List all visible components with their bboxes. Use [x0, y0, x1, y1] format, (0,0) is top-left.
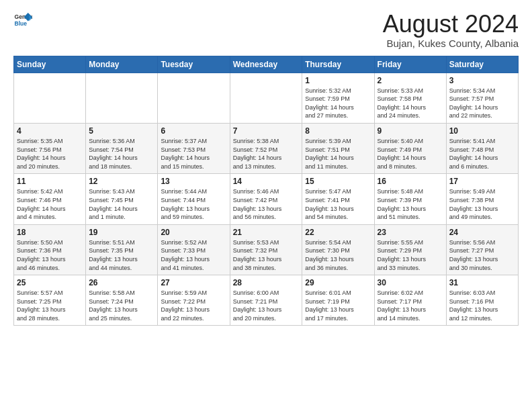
calendar-cell: 10Sunrise: 5:41 AM Sunset: 7:48 PM Dayli…: [446, 123, 518, 173]
weekday-header-sunday: Sunday: [14, 56, 86, 73]
calendar-cell: 28Sunrise: 6:00 AM Sunset: 7:21 PM Dayli…: [230, 275, 302, 326]
calendar-cell: 15Sunrise: 5:47 AM Sunset: 7:41 PM Dayli…: [302, 174, 374, 224]
calendar-cell: [158, 73, 230, 123]
weekday-header-tuesday: Tuesday: [158, 56, 230, 73]
day-info: Sunrise: 6:03 AM Sunset: 7:16 PM Dayligh…: [449, 289, 515, 322]
day-info: Sunrise: 5:37 AM Sunset: 7:53 PM Dayligh…: [161, 137, 226, 171]
day-info: Sunrise: 5:48 AM Sunset: 7:39 PM Dayligh…: [378, 187, 443, 221]
calendar-cell: 29Sunrise: 6:01 AM Sunset: 7:19 PM Dayli…: [302, 275, 374, 326]
calendar-title: August 2024: [383, 11, 519, 38]
calendar-table: SundayMondayTuesdayWednesdayThursdayFrid…: [13, 56, 519, 326]
day-number: 13: [161, 177, 226, 186]
day-number: 21: [233, 228, 300, 237]
calendar-week-row: 18Sunrise: 5:50 AM Sunset: 7:36 PM Dayli…: [14, 224, 519, 275]
day-info: Sunrise: 5:50 AM Sunset: 7:36 PM Dayligh…: [17, 238, 83, 272]
day-number: 24: [449, 228, 515, 237]
day-number: 4: [17, 126, 83, 136]
day-info: Sunrise: 5:59 AM Sunset: 7:22 PM Dayligh…: [161, 289, 226, 322]
calendar-cell: 16Sunrise: 5:48 AM Sunset: 7:39 PM Dayli…: [374, 174, 446, 224]
day-number: 12: [89, 177, 154, 186]
day-info: Sunrise: 5:39 AM Sunset: 7:51 PM Dayligh…: [305, 137, 371, 171]
day-number: 28: [233, 278, 300, 287]
calendar-cell: 21Sunrise: 5:53 AM Sunset: 7:32 PM Dayli…: [230, 224, 302, 275]
day-info: Sunrise: 5:33 AM Sunset: 7:58 PM Dayligh…: [378, 87, 443, 120]
day-number: 7: [233, 126, 300, 136]
day-info: Sunrise: 5:56 AM Sunset: 7:27 PM Dayligh…: [449, 238, 515, 272]
calendar-cell: 1Sunrise: 5:32 AM Sunset: 7:59 PM Daylig…: [302, 73, 374, 123]
calendar-cell: 27Sunrise: 5:59 AM Sunset: 7:22 PM Dayli…: [158, 275, 230, 326]
day-info: Sunrise: 5:54 AM Sunset: 7:30 PM Dayligh…: [305, 238, 371, 272]
calendar-cell: 25Sunrise: 5:57 AM Sunset: 7:25 PM Dayli…: [14, 275, 86, 326]
day-info: Sunrise: 5:52 AM Sunset: 7:33 PM Dayligh…: [161, 238, 226, 272]
day-info: Sunrise: 6:02 AM Sunset: 7:17 PM Dayligh…: [378, 289, 443, 322]
calendar-cell: 20Sunrise: 5:52 AM Sunset: 7:33 PM Dayli…: [158, 224, 230, 275]
calendar-cell: 5Sunrise: 5:36 AM Sunset: 7:54 PM Daylig…: [86, 123, 158, 173]
day-number: 17: [449, 177, 515, 186]
day-info: Sunrise: 5:41 AM Sunset: 7:48 PM Dayligh…: [449, 137, 515, 171]
calendar-cell: 18Sunrise: 5:50 AM Sunset: 7:36 PM Dayli…: [14, 224, 86, 275]
calendar-cell: 8Sunrise: 5:39 AM Sunset: 7:51 PM Daylig…: [302, 123, 374, 173]
day-number: 9: [378, 126, 443, 136]
day-info: Sunrise: 5:58 AM Sunset: 7:24 PM Dayligh…: [89, 289, 154, 322]
weekday-header-thursday: Thursday: [302, 56, 374, 73]
day-number: 27: [161, 278, 226, 287]
calendar-cell: 7Sunrise: 5:38 AM Sunset: 7:52 PM Daylig…: [230, 123, 302, 173]
day-info: Sunrise: 6:01 AM Sunset: 7:19 PM Dayligh…: [305, 289, 371, 322]
logo: General Blue: [13, 11, 32, 30]
day-number: 6: [161, 126, 226, 136]
calendar-cell: 22Sunrise: 5:54 AM Sunset: 7:30 PM Dayli…: [302, 224, 374, 275]
calendar-cell: [14, 73, 86, 123]
day-info: Sunrise: 5:57 AM Sunset: 7:25 PM Dayligh…: [17, 289, 83, 322]
calendar-cell: 2Sunrise: 5:33 AM Sunset: 7:58 PM Daylig…: [374, 73, 446, 123]
day-number: 1: [305, 76, 371, 85]
calendar-cell: 9Sunrise: 5:40 AM Sunset: 7:49 PM Daylig…: [374, 123, 446, 173]
calendar-week-row: 25Sunrise: 5:57 AM Sunset: 7:25 PM Dayli…: [14, 275, 519, 326]
weekday-header-row: SundayMondayTuesdayWednesdayThursdayFrid…: [14, 56, 519, 73]
day-number: 20: [161, 228, 226, 237]
day-number: 19: [89, 228, 154, 237]
calendar-cell: 19Sunrise: 5:51 AM Sunset: 7:35 PM Dayli…: [86, 224, 158, 275]
day-number: 16: [378, 177, 443, 186]
day-info: Sunrise: 5:55 AM Sunset: 7:29 PM Dayligh…: [378, 238, 443, 272]
calendar-week-row: 11Sunrise: 5:42 AM Sunset: 7:46 PM Dayli…: [14, 174, 519, 224]
calendar-cell: 17Sunrise: 5:49 AM Sunset: 7:38 PM Dayli…: [446, 174, 518, 224]
calendar-subtitle: Bujan, Kukes County, Albania: [383, 38, 519, 49]
day-info: Sunrise: 5:47 AM Sunset: 7:41 PM Dayligh…: [305, 187, 371, 221]
svg-text:Blue: Blue: [15, 20, 28, 27]
day-number: 3: [449, 76, 515, 85]
day-number: 26: [89, 278, 154, 287]
title-area: August 2024 Bujan, Kukes County, Albania: [383, 11, 519, 49]
calendar-week-row: 4Sunrise: 5:35 AM Sunset: 7:56 PM Daylig…: [14, 123, 519, 173]
weekday-header-wednesday: Wednesday: [230, 56, 302, 73]
day-number: 23: [378, 228, 443, 237]
day-number: 10: [449, 126, 515, 136]
day-info: Sunrise: 5:34 AM Sunset: 7:57 PM Dayligh…: [449, 87, 515, 120]
calendar-week-row: 1Sunrise: 5:32 AM Sunset: 7:59 PM Daylig…: [14, 73, 519, 123]
calendar-cell: 26Sunrise: 5:58 AM Sunset: 7:24 PM Dayli…: [86, 275, 158, 326]
day-number: 31: [449, 278, 515, 287]
day-number: 25: [17, 278, 83, 287]
weekday-header-saturday: Saturday: [446, 56, 518, 73]
calendar-cell: 6Sunrise: 5:37 AM Sunset: 7:53 PM Daylig…: [158, 123, 230, 173]
day-info: Sunrise: 5:43 AM Sunset: 7:45 PM Dayligh…: [89, 187, 154, 221]
weekday-header-monday: Monday: [86, 56, 158, 73]
logo-icon: General Blue: [13, 11, 32, 30]
calendar-cell: 11Sunrise: 5:42 AM Sunset: 7:46 PM Dayli…: [14, 174, 86, 224]
calendar-cell: 4Sunrise: 5:35 AM Sunset: 7:56 PM Daylig…: [14, 123, 86, 173]
calendar-cell: 3Sunrise: 5:34 AM Sunset: 7:57 PM Daylig…: [446, 73, 518, 123]
calendar-cell: 13Sunrise: 5:44 AM Sunset: 7:44 PM Dayli…: [158, 174, 230, 224]
calendar-cell: 30Sunrise: 6:02 AM Sunset: 7:17 PM Dayli…: [374, 275, 446, 326]
day-info: Sunrise: 5:42 AM Sunset: 7:46 PM Dayligh…: [17, 187, 83, 221]
page-header: General Blue August 2024 Bujan, Kukes Co…: [13, 11, 519, 49]
weekday-header-friday: Friday: [374, 56, 446, 73]
calendar-cell: 23Sunrise: 5:55 AM Sunset: 7:29 PM Dayli…: [374, 224, 446, 275]
calendar-cell: 31Sunrise: 6:03 AM Sunset: 7:16 PM Dayli…: [446, 275, 518, 326]
day-info: Sunrise: 5:38 AM Sunset: 7:52 PM Dayligh…: [233, 137, 300, 171]
calendar-cell: [86, 73, 158, 123]
day-info: Sunrise: 5:49 AM Sunset: 7:38 PM Dayligh…: [449, 187, 515, 221]
calendar-cell: 12Sunrise: 5:43 AM Sunset: 7:45 PM Dayli…: [86, 174, 158, 224]
day-number: 5: [89, 126, 154, 136]
day-number: 18: [17, 228, 83, 237]
day-number: 15: [305, 177, 371, 186]
day-info: Sunrise: 5:36 AM Sunset: 7:54 PM Dayligh…: [89, 137, 154, 171]
